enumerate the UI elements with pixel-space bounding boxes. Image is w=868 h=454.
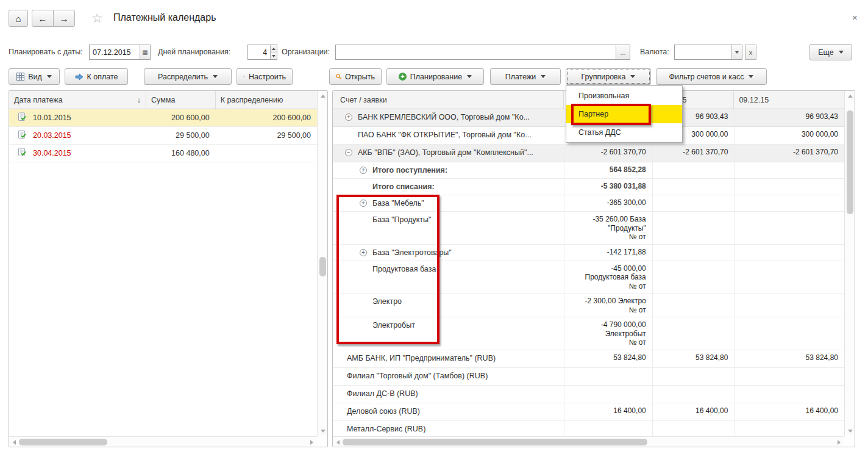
days-field[interactable] bbox=[247, 45, 277, 60]
table-row[interactable]: 30.04.2015160 480,00 bbox=[9, 145, 317, 162]
plan-from-field[interactable]: ▦ bbox=[89, 45, 151, 60]
table-row[interactable]: +Итого списания:-5 380 031,88 bbox=[333, 179, 844, 195]
value-line: "Продукты" bbox=[566, 224, 646, 233]
scroll-left-icon[interactable] bbox=[336, 440, 340, 445]
payment-date: 20.03.2015 bbox=[33, 131, 71, 140]
currency-clear-button[interactable]: x bbox=[745, 45, 756, 60]
to-pay-button-label: К оплате bbox=[87, 73, 118, 81]
table-row[interactable]: Деловой союз (RUB)16 400,0016 400,0016 4… bbox=[333, 403, 844, 421]
back-button[interactable]: ← bbox=[32, 10, 54, 27]
view-button[interactable]: Вид bbox=[9, 68, 60, 85]
scroll-right-icon[interactable] bbox=[838, 440, 841, 445]
to-distribute-cell: 29 500,00 bbox=[216, 131, 317, 140]
column-header-sum[interactable]: Сумма bbox=[146, 91, 216, 109]
more-button[interactable]: Еще bbox=[809, 44, 852, 60]
value-cell: -2 601 370,70 bbox=[734, 145, 844, 162]
spin-down-icon[interactable] bbox=[271, 52, 277, 59]
value-cell: 53 824,80 bbox=[564, 350, 652, 367]
organizations-field[interactable]: ... bbox=[335, 45, 630, 60]
menu-item-1[interactable]: Произвольная bbox=[566, 87, 682, 105]
days-input[interactable] bbox=[248, 45, 270, 59]
column-header-to-distribute[interactable]: К распределению bbox=[216, 91, 317, 109]
value-cell: -5 380 031,88 bbox=[564, 179, 652, 195]
value-cell bbox=[564, 368, 652, 385]
payment-date-cell: 10.01.2015 bbox=[9, 112, 146, 123]
value-cell bbox=[652, 294, 735, 317]
days-spinner[interactable] bbox=[270, 45, 277, 59]
scrollbar-thumb[interactable] bbox=[319, 257, 326, 276]
account-label: Деловой союз (RUB) bbox=[347, 407, 420, 416]
value-cell bbox=[734, 368, 844, 385]
menu-item-3[interactable]: Статья ДДС bbox=[566, 123, 682, 142]
scroll-left-icon[interactable] bbox=[13, 440, 16, 445]
scroll-up-icon[interactable] bbox=[321, 95, 326, 98]
value-cell bbox=[734, 421, 844, 438]
grouping-button[interactable]: Группировка bbox=[566, 68, 651, 85]
table-row[interactable]: 10.01.2015200 600,00200 600,00 bbox=[9, 109, 317, 127]
distribute-button[interactable]: Распределить bbox=[144, 68, 232, 85]
sort-desc-icon: ↓ bbox=[137, 96, 141, 104]
scrollbar-thumb[interactable] bbox=[19, 439, 107, 445]
table-row[interactable]: 20.03.201529 500,0029 500,00 bbox=[9, 127, 317, 145]
grouping-button-label: Группировка bbox=[582, 73, 626, 81]
scroll-down-icon[interactable] bbox=[321, 430, 326, 433]
scroll-down-icon[interactable] bbox=[848, 430, 853, 433]
expand-icon[interactable]: + bbox=[360, 167, 367, 174]
value-cell: -4 790 000,00Электробыт№ от bbox=[564, 317, 652, 350]
value-cell bbox=[652, 212, 735, 244]
organizations-input[interactable] bbox=[336, 45, 616, 59]
column-header-account[interactable]: Счет / заявки bbox=[333, 91, 564, 109]
payments-button-label: Платежи bbox=[505, 73, 536, 81]
table-row[interactable]: Филиал ДС-В (RUB) bbox=[333, 386, 844, 403]
chevron-down-icon bbox=[213, 75, 218, 78]
value-cell: -45 000,00Продуктовая база№ от bbox=[564, 261, 652, 294]
table-row[interactable]: Филиал "Торговый дом" (Тамбов) (RUB) bbox=[333, 368, 844, 386]
account-label-cell: +БАНК КРЕМЛЕВСКИЙ ООО, Торговый дом "Ко.… bbox=[333, 109, 564, 126]
scroll-right-icon[interactable] bbox=[310, 440, 313, 445]
favorite-star-icon[interactable]: ☆ bbox=[91, 11, 103, 26]
value-line: 16 400,00 bbox=[736, 406, 838, 416]
filter-accounts-button[interactable]: Фильтр счетов и касс bbox=[656, 68, 767, 85]
calendar-icon[interactable]: ▦ bbox=[140, 45, 150, 59]
value-cell bbox=[652, 162, 735, 178]
planning-button[interactable]: + Планирование bbox=[386, 68, 484, 85]
column-header-date3[interactable]: 09.12.15 bbox=[734, 91, 844, 109]
table-row[interactable]: +Итого поступления:564 852,28 bbox=[333, 162, 844, 179]
expand-icon[interactable]: + bbox=[345, 114, 352, 121]
home-icon: ⌂ bbox=[15, 13, 21, 24]
page-title: Платежный календарь bbox=[113, 12, 216, 23]
plan-from-input[interactable] bbox=[90, 45, 140, 59]
payments-horizontal-scrollbar[interactable] bbox=[9, 436, 317, 447]
distribute-button-label: Распределить bbox=[158, 73, 208, 81]
scroll-up-icon[interactable] bbox=[848, 95, 853, 98]
spin-up-icon[interactable] bbox=[271, 45, 277, 52]
currency-input[interactable] bbox=[675, 45, 731, 59]
document-check-icon bbox=[18, 148, 27, 159]
forward-button[interactable]: → bbox=[53, 10, 75, 27]
account-label-cell: +Итого списания: bbox=[333, 179, 564, 195]
scrollbar-thumb[interactable] bbox=[343, 439, 647, 445]
home-button[interactable]: ⌂ bbox=[9, 10, 28, 27]
account-label-cell: Деловой союз (RUB) bbox=[333, 403, 564, 420]
value-cell bbox=[652, 368, 735, 385]
open-button[interactable]: Открыть bbox=[329, 68, 382, 85]
scrollbar-thumb[interactable] bbox=[847, 110, 853, 214]
column-header-payment-date[interactable]: Дата платежа ↓ bbox=[9, 91, 146, 109]
days-label: Дней планирования: bbox=[158, 48, 230, 56]
accounts-horizontal-scrollbar[interactable] bbox=[333, 436, 844, 447]
table-row[interactable]: АМБ БАНК, ИП "Предприниматель" (RUB)53 8… bbox=[333, 350, 844, 368]
currency-field[interactable] bbox=[674, 45, 742, 60]
collapse-icon[interactable]: − bbox=[345, 149, 352, 156]
account-label: АКБ "ВПБ" (ЗАО), Торговый дом "Комплексн… bbox=[358, 148, 533, 157]
to-pay-button[interactable]: К оплате bbox=[65, 68, 128, 85]
accounts-vertical-scrollbar[interactable] bbox=[844, 91, 855, 436]
table-row[interactable]: −АКБ "ВПБ" (ЗАО), Торговый дом "Комплекс… bbox=[333, 145, 844, 162]
plus-circle-icon: + bbox=[399, 73, 407, 81]
configure-button[interactable]: Настроить bbox=[237, 68, 293, 85]
organizations-ellipsis-button[interactable]: ... bbox=[616, 45, 630, 59]
currency-dropdown-icon[interactable] bbox=[731, 45, 742, 59]
column-label: Сумма bbox=[151, 96, 175, 104]
payments-vertical-scrollbar[interactable] bbox=[317, 91, 327, 436]
payments-button[interactable]: Платежи bbox=[490, 68, 561, 85]
close-icon[interactable]: × bbox=[852, 12, 858, 23]
